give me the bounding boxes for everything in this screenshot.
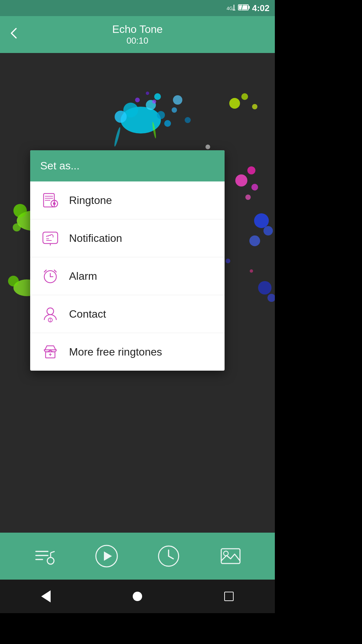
- svg-point-17: [185, 117, 191, 123]
- svg-text:4G: 4G: [227, 6, 233, 11]
- dialog-header: Set as...: [30, 150, 225, 181]
- svg-point-18: [135, 98, 140, 102]
- svg-line-69: [54, 270, 56, 272]
- history-button[interactable]: [157, 544, 181, 568]
- svg-point-27: [8, 276, 19, 286]
- svg-point-22: [13, 204, 27, 217]
- app-title: Echo Tone: [112, 23, 163, 36]
- svg-line-68: [44, 270, 46, 272]
- svg-point-12: [115, 111, 127, 123]
- menu-item-contact[interactable]: Contact: [30, 295, 225, 333]
- svg-marker-83: [104, 551, 112, 561]
- svg-point-50: [250, 269, 253, 273]
- menu-item-notification[interactable]: Notification: [30, 219, 225, 257]
- svg-point-20: [152, 100, 156, 104]
- svg-line-86: [169, 556, 173, 559]
- svg-point-16: [154, 93, 161, 100]
- svg-point-79: [47, 557, 54, 564]
- svg-point-36: [258, 281, 272, 294]
- svg-point-58: [53, 202, 56, 205]
- svg-point-42: [205, 145, 210, 149]
- svg-line-81: [51, 551, 55, 553]
- menu-item-alarm[interactable]: Alarm: [30, 257, 225, 295]
- svg-point-29: [235, 174, 247, 186]
- main-content: Set as... Ringtone: [0, 53, 275, 533]
- menu-item-ringtone[interactable]: Ringtone: [30, 181, 225, 219]
- back-nav-button[interactable]: [36, 586, 56, 606]
- store-icon: [40, 342, 60, 362]
- status-bar: 4G 4:02: [0, 0, 275, 16]
- notification-icon: [40, 228, 60, 248]
- svg-point-30: [247, 166, 255, 174]
- contact-label: Contact: [69, 308, 106, 320]
- ringtone-icon: [40, 190, 60, 210]
- contact-icon: [40, 304, 60, 324]
- svg-point-45: [252, 104, 257, 109]
- alarm-label: Alarm: [69, 270, 97, 282]
- svg-point-49: [226, 259, 230, 263]
- status-icons: 4G 4:02: [227, 3, 269, 14]
- svg-rect-4: [248, 6, 250, 9]
- more-ringtones-label: More free ringtones: [69, 346, 162, 358]
- svg-point-32: [245, 195, 251, 200]
- app-subtitle: 00:10: [112, 36, 163, 46]
- svg-line-60: [55, 201, 56, 201]
- svg-point-15: [173, 95, 182, 105]
- svg-point-44: [241, 93, 248, 100]
- svg-point-14: [172, 107, 177, 113]
- nav-bar: [0, 580, 275, 613]
- svg-point-19: [146, 92, 149, 95]
- svg-point-24: [13, 223, 21, 231]
- svg-rect-61: [43, 232, 58, 244]
- svg-point-88: [224, 551, 228, 556]
- battery-icon: [238, 4, 250, 13]
- app-bar: Echo Tone 00:10: [0, 16, 275, 53]
- svg-point-13: [164, 120, 171, 127]
- notification-label: Notification: [69, 232, 122, 245]
- app-bar-title-group: Echo Tone 00:10: [112, 23, 163, 46]
- time-display: 4:02: [252, 3, 269, 13]
- play-button[interactable]: [95, 544, 119, 568]
- svg-rect-87: [221, 549, 240, 564]
- svg-point-43: [229, 98, 240, 109]
- svg-point-34: [263, 226, 273, 235]
- menu-item-more-ringtones[interactable]: More free ringtones: [30, 333, 225, 371]
- svg-point-11: [157, 111, 165, 119]
- back-button[interactable]: [8, 27, 20, 42]
- svg-rect-5: [239, 5, 247, 9]
- home-nav-button[interactable]: [127, 586, 147, 606]
- signal-icon: 4G: [227, 3, 236, 14]
- alarm-icon: [40, 266, 60, 286]
- svg-point-35: [249, 235, 260, 246]
- svg-point-33: [254, 213, 269, 228]
- dialog-title: Set as...: [40, 160, 79, 172]
- svg-point-70: [47, 308, 54, 315]
- recents-nav-button[interactable]: [219, 586, 239, 606]
- playlist-button[interactable]: [33, 544, 57, 568]
- set-as-dialog: Set as... Ringtone: [30, 150, 225, 371]
- bottom-toolbar: [0, 533, 275, 580]
- gallery-button[interactable]: [219, 544, 243, 568]
- ringtone-label: Ringtone: [69, 194, 112, 207]
- svg-point-31: [251, 184, 258, 191]
